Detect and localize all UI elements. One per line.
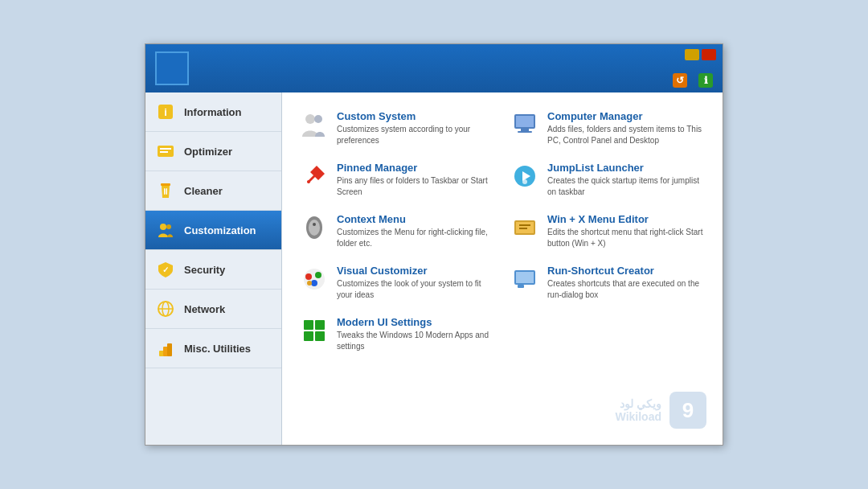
menu-text-visual-customizer: Visual CustomizerCustomizes the look of …: [337, 265, 494, 300]
main-content: Custom SystemCustomizes system according…: [282, 92, 723, 445]
svg-point-17: [305, 114, 315, 124]
sidebar-item-optimizer[interactable]: Optimizer: [145, 132, 281, 171]
sidebar-misc-label: Misc. Utilities: [184, 343, 251, 355]
menu-icon-modern-ui: [300, 316, 329, 345]
sidebar-item-customization[interactable]: Customization: [145, 211, 281, 250]
updates-button[interactable]: ↺: [673, 73, 690, 88]
menu-title-win-x-menu: Win + X Menu Editor: [547, 213, 705, 225]
menu-item-run-shortcut[interactable]: Run-Shortcut CreatorCreates shortcuts th…: [506, 258, 710, 306]
svg-rect-7: [166, 188, 168, 195]
svg-point-28: [309, 220, 320, 236]
menu-item-win-x-menu[interactable]: Win + X Menu EditorEdits the shortcut me…: [506, 207, 710, 255]
svg-point-9: [166, 224, 171, 229]
svg-rect-40: [516, 272, 534, 283]
menu-desc-custom-system: Customizes system according to your pref…: [337, 124, 494, 146]
menu-text-run-shortcut: Run-Shortcut CreatorCreates shortcuts th…: [547, 265, 705, 300]
svg-rect-44: [304, 331, 313, 341]
svg-rect-42: [304, 320, 313, 330]
app-window: ↺ ℹ iInformationOptimizerCleanerCustomiz…: [145, 43, 723, 446]
menu-title-context-menu: Context Menu: [337, 213, 494, 225]
about-icon: ℹ: [698, 73, 713, 88]
menu-icon-context-menu: [300, 213, 329, 242]
menu-item-custom-system[interactable]: Custom SystemCustomizes system according…: [295, 104, 499, 152]
svg-point-36: [315, 272, 321, 278]
svg-rect-4: [160, 151, 168, 153]
titlebar-actions: ↺ ℹ: [673, 73, 716, 88]
menu-text-custom-system: Custom SystemCustomizes system according…: [337, 110, 494, 146]
app-logo: [155, 51, 189, 85]
menu-text-pinned-manager: Pinned ManagerPins any files or folders …: [337, 162, 494, 197]
menu-title-custom-system: Custom System: [337, 110, 494, 122]
watermark-logo: 9: [669, 392, 706, 429]
sidebar-network-label: Network: [184, 303, 225, 315]
sidebar-security-label: Security: [184, 264, 225, 276]
menu-desc-computer-manager: Adds files, folders and system items to …: [547, 124, 705, 146]
svg-rect-5: [161, 183, 170, 186]
updates-icon: ↺: [673, 73, 687, 88]
sidebar-cleaner-icon: [155, 180, 176, 201]
minimize-button[interactable]: [685, 49, 699, 60]
sidebar: iInformationOptimizerCleanerCustomizatio…: [145, 92, 282, 445]
watermark: ويكي لودWikiload 9: [616, 392, 706, 429]
menu-item-modern-ui[interactable]: Modern UI SettingsTweaks the Windows 10 …: [295, 310, 499, 358]
menu-text-computer-manager: Computer ManagerAdds files, folders and …: [547, 110, 705, 146]
menu-item-pinned-manager[interactable]: Pinned ManagerPins any files or folders …: [295, 155, 499, 203]
menu-icon-visual-customizer: [300, 265, 329, 294]
menu-item-context-menu[interactable]: Context MenuCustomizes the Menu for righ…: [295, 207, 499, 255]
svg-text:✓: ✓: [162, 265, 169, 274]
sidebar-cleaner-label: Cleaner: [184, 185, 223, 197]
window-controls: [685, 49, 716, 60]
menu-text-win-x-menu: Win + X Menu EditorEdits the shortcut me…: [547, 213, 705, 249]
sidebar-item-cleaner[interactable]: Cleaner: [145, 171, 281, 211]
menu-icon-custom-system: [300, 110, 329, 139]
svg-rect-3: [160, 148, 171, 150]
svg-point-18: [314, 115, 322, 123]
svg-rect-22: [518, 131, 532, 133]
sidebar-item-security[interactable]: ✓Security: [145, 250, 281, 290]
menu-title-modern-ui: Modern UI Settings: [337, 316, 494, 328]
svg-rect-21: [521, 129, 529, 131]
sidebar-information-icon: i: [155, 101, 176, 122]
svg-rect-45: [315, 331, 325, 341]
menu-icon-run-shortcut: [510, 265, 539, 294]
menu-desc-jumplist-launcher: Creates the quick startup items for jump…: [547, 175, 705, 197]
sidebar-item-network[interactable]: Network: [145, 290, 281, 329]
menu-desc-run-shortcut: Creates shortcuts that are executed on t…: [547, 278, 705, 300]
sidebar-optimizer-icon: [155, 141, 176, 162]
svg-text:i: i: [164, 106, 167, 118]
sidebar-security-icon: ✓: [155, 259, 176, 280]
svg-rect-43: [315, 320, 325, 330]
svg-point-8: [160, 224, 166, 230]
menu-text-modern-ui: Modern UI SettingsTweaks the Windows 10 …: [337, 316, 494, 351]
svg-point-37: [311, 280, 317, 286]
menu-desc-win-x-menu: Edits the shortcut menu that right-click…: [547, 227, 705, 249]
svg-point-23: [307, 180, 310, 183]
sidebar-customization-label: Customization: [184, 224, 256, 236]
menu-title-jumplist-launcher: JumpList Launcher: [547, 162, 705, 174]
about-button[interactable]: ℹ: [698, 73, 716, 88]
svg-point-29: [313, 223, 316, 226]
menu-item-jumplist-launcher[interactable]: JumpList LauncherCreates the quick start…: [506, 155, 710, 203]
close-button[interactable]: [702, 49, 716, 60]
svg-rect-6: [164, 188, 166, 195]
menu-desc-pinned-manager: Pins any files or folders to Taskbar or …: [337, 175, 494, 197]
svg-point-26: [522, 179, 527, 184]
sidebar-item-misc[interactable]: Misc. Utilities: [145, 329, 281, 368]
menu-desc-modern-ui: Tweaks the Windows 10 Modern Apps and se…: [337, 330, 494, 351]
menu-item-visual-customizer[interactable]: Visual CustomizerCustomizes the look of …: [295, 258, 499, 306]
sidebar-misc-icon: [155, 338, 176, 359]
watermark-text: ويكي لودWikiload: [616, 397, 661, 423]
menu-icon-computer-manager: [510, 110, 539, 139]
svg-point-35: [305, 273, 312, 280]
menu-title-run-shortcut: Run-Shortcut Creator: [547, 265, 705, 277]
title-bar: ↺ ℹ: [145, 44, 723, 92]
menu-desc-context-menu: Customizes the Menu for right-clicking f…: [337, 227, 494, 249]
menu-title-visual-customizer: Visual Customizer: [337, 265, 494, 277]
svg-rect-16: [167, 343, 172, 356]
sidebar-information-label: Information: [184, 106, 242, 118]
menu-item-computer-manager[interactable]: Computer ManagerAdds files, folders and …: [506, 104, 710, 152]
svg-rect-20: [516, 116, 534, 127]
menu-icon-pinned-manager: [300, 162, 329, 191]
menu-desc-visual-customizer: Customizes the look of your system to fi…: [337, 278, 494, 300]
sidebar-item-information[interactable]: iInformation: [145, 92, 281, 132]
